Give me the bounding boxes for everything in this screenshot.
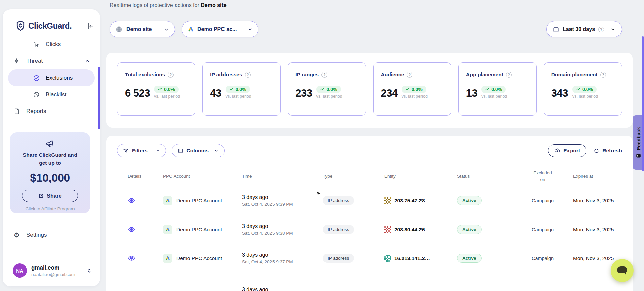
table-header-row: Details PPC Account Time Type Entity Sta… — [106, 166, 633, 186]
excluded-on-value: Campaign — [521, 198, 564, 203]
chevron-up-down-icon — [86, 268, 92, 274]
entity-identicon — [384, 255, 391, 262]
entity-value: 16.213.141.2… — [394, 255, 430, 261]
help-icon[interactable] — [600, 72, 606, 78]
promo-line2: get up to — [10, 159, 90, 167]
account-name: Demo PPC Account — [176, 227, 222, 233]
trend-up-icon — [229, 87, 234, 92]
stat-delta: 0.0% — [236, 87, 246, 92]
filters-button[interactable]: Filters — [117, 144, 166, 157]
type-badge: IP address — [323, 225, 354, 234]
time-exact: Sat, Oct 4, 2025 9:39 PM — [242, 202, 323, 207]
stat-card-domain-placement: Domain placement 343 0.0% vs. last perio… — [544, 62, 622, 116]
view-details-icon[interactable] — [128, 254, 163, 262]
share-label: Share — [47, 193, 61, 199]
avatar: NA — [13, 263, 27, 278]
type-badge: IP address — [323, 196, 354, 205]
funnel-icon — [123, 148, 129, 154]
sidebar-item-settings[interactable]: ⚙ Settings — [8, 227, 95, 243]
chat-launcher-button[interactable] — [611, 259, 634, 282]
verified-badge-icon — [32, 75, 40, 82]
stat-card-audience: Audience 234 0.0% vs. last period — [373, 62, 451, 116]
columns-button[interactable]: Columns — [172, 144, 225, 157]
sidebar: ClickGuard. Clicks Threat — [3, 9, 100, 286]
page-subtitle: Realtime logs of protective actions for … — [110, 2, 227, 8]
sidebar-scroll-indicator[interactable] — [98, 67, 100, 129]
user-menu[interactable]: NA gmail.com naatali.ro@gmail.com — [13, 262, 92, 279]
excluded-on-value: Campaign — [521, 256, 564, 261]
user-email: naatali.ro@gmail.com — [31, 272, 75, 277]
refresh-button[interactable]: Refresh — [594, 148, 622, 154]
chevron-down-icon — [610, 27, 615, 32]
ppc-account-selector[interactable]: Demo PPC ac... — [182, 21, 258, 37]
cloud-download-icon — [554, 148, 560, 154]
exclusions-table-panel: Filters Columns Export Refresh Details P… — [106, 136, 633, 291]
export-label: Export — [563, 148, 580, 154]
site-selector-value: Demo site — [126, 26, 152, 32]
entity-value: 203.75.47.28 — [394, 198, 425, 204]
sidebar-item-reports[interactable]: Reports — [8, 103, 95, 120]
help-icon[interactable] — [407, 72, 412, 78]
time-relative: 3 days ago — [242, 287, 323, 291]
stat-sub: vs. last period — [572, 94, 598, 99]
stat-label: IP ranges — [295, 71, 319, 78]
feedback-label: Feedback — [636, 127, 641, 150]
stat-value: 233 — [295, 87, 312, 99]
stat-value: 234 — [381, 87, 398, 99]
sidebar-item-blacklist[interactable]: Blacklist — [8, 86, 95, 103]
stat-sub: vs. last period — [481, 94, 507, 99]
feedback-smiley-icon — [636, 153, 641, 158]
sidebar-collapse-icon[interactable] — [86, 22, 94, 30]
help-icon[interactable] — [245, 72, 251, 78]
table-row: Demo PPC Account 3 days ago Sat, Oct 4, … — [106, 215, 633, 244]
clickguard-logo-icon — [16, 21, 25, 31]
help-icon[interactable] — [598, 27, 604, 32]
google-ads-icon — [163, 254, 172, 263]
brand-name: ClickGuard. — [28, 21, 72, 31]
sidebar-divider — [13, 253, 90, 253]
date-range-selector[interactable]: Last 30 days — [546, 21, 622, 37]
google-ads-icon — [187, 26, 194, 33]
affiliate-link[interactable]: Click to Affiliate Program — [10, 206, 90, 211]
stat-delta: 0.0% — [327, 87, 337, 92]
export-button[interactable]: Export — [548, 144, 586, 157]
google-ads-icon — [163, 196, 172, 205]
refresh-icon — [594, 148, 599, 154]
stat-label: Total exclusions — [125, 71, 165, 78]
help-icon[interactable] — [321, 72, 327, 78]
affiliate-promo-card: Share ClickGuard and get up to $10,000 S… — [10, 132, 90, 213]
help-icon[interactable] — [506, 72, 512, 78]
entity-identicon — [384, 226, 391, 233]
promo-line1: Share ClickGuard and — [10, 151, 90, 159]
stat-delta: 0.0% — [164, 87, 175, 92]
view-details-icon[interactable] — [128, 197, 163, 204]
megaphone-icon — [10, 138, 90, 148]
entity-identicon — [384, 197, 391, 204]
stat-sub: vs. last period — [154, 94, 180, 99]
trend-up-icon — [485, 87, 490, 92]
page-scrollbar[interactable] — [642, 36, 644, 171]
stat-label: IP addresses — [210, 71, 242, 78]
subtitle-prefix: Realtime logs of protective actions for — [110, 2, 199, 8]
excluded-on-value: Campaign — [521, 227, 564, 232]
ban-icon — [32, 91, 40, 98]
share-button[interactable]: Share — [22, 190, 78, 202]
ppc-selector-value: Demo PPC ac... — [197, 26, 237, 32]
sidebar-item-clicks[interactable]: Clicks — [8, 36, 95, 53]
calendar-icon — [553, 26, 559, 33]
sidebar-item-label: Clicks — [46, 41, 61, 48]
sidebar-item-label: Threat — [26, 58, 43, 64]
sidebar-item-threat[interactable]: Threat — [8, 53, 95, 69]
site-selector[interactable]: Demo site — [110, 21, 175, 37]
chevron-down-icon — [156, 148, 160, 153]
chevron-down-icon — [248, 27, 253, 32]
sidebar-item-exclusions[interactable]: Exclusions — [8, 69, 95, 86]
promo-amount: $10,000 — [10, 171, 90, 184]
chevron-up-icon[interactable] — [85, 58, 90, 64]
stat-sub: vs. last period — [402, 94, 428, 99]
sidebar-item-label: Exclusions — [46, 75, 73, 81]
view-details-icon[interactable] — [128, 226, 163, 233]
time-exact: Sat, Oct 4, 2025 9:37 PM — [242, 259, 323, 264]
help-icon[interactable] — [168, 72, 174, 78]
header-time: Time — [242, 174, 323, 179]
